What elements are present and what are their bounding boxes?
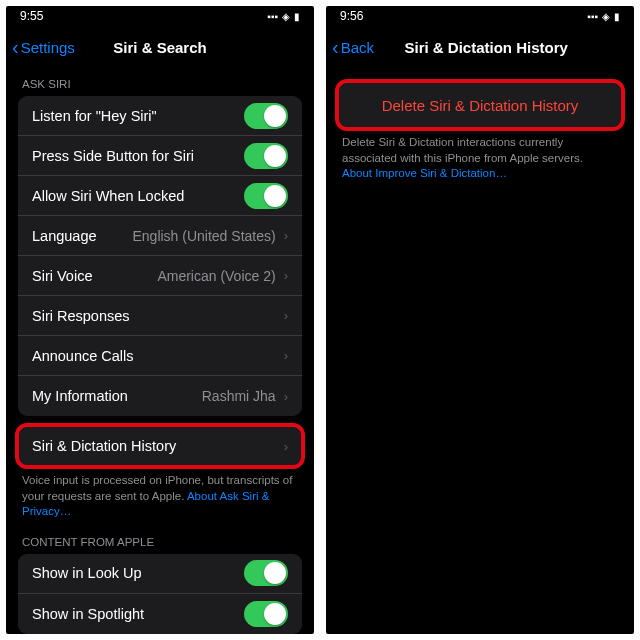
section-header-content: CONTENT FROM APPLE (6, 522, 314, 554)
status-time: 9:55 (20, 9, 43, 23)
back-label: Settings (21, 39, 75, 56)
row-label: Siri & Dictation History (32, 438, 284, 454)
row-value: Rashmi Jha (202, 388, 276, 404)
row-my-information[interactable]: My Information Rashmi Jha › (18, 376, 302, 416)
row-value: English (United States) (132, 228, 275, 244)
wifi-icon: ◈ (602, 11, 610, 22)
delete-button[interactable]: Delete Siri & Dictation History (338, 82, 622, 128)
row-label: Siri Voice (32, 268, 157, 284)
row-show-lookup[interactable]: Show in Look Up (18, 554, 302, 594)
battery-icon: ▮ (614, 11, 620, 22)
row-show-spotlight[interactable]: Show in Spotlight (18, 594, 302, 634)
row-hey-siri[interactable]: Listen for "Hey Siri" (18, 96, 302, 136)
toggle-switch[interactable] (244, 601, 288, 627)
section-header-ask-siri: ASK SIRI (6, 68, 314, 96)
footer-text: Delete Siri & Dictation interactions cur… (342, 136, 583, 164)
section-footer: Voice input is processed on iPhone, but … (6, 466, 314, 522)
status-icons: ▪▪▪ ◈ ▮ (587, 11, 620, 22)
row-label: My Information (32, 388, 202, 404)
chevron-right-icon: › (284, 308, 288, 323)
group-dictation-history: Siri & Dictation History › (18, 426, 302, 466)
chevron-left-icon: ‹ (12, 37, 19, 57)
toggle-switch[interactable] (244, 560, 288, 586)
chevron-right-icon: › (284, 228, 288, 243)
battery-icon: ▮ (294, 11, 300, 22)
toggle-switch[interactable] (244, 143, 288, 169)
row-label: Allow Siri When Locked (32, 188, 244, 204)
status-bar: 9:56 ▪▪▪ ◈ ▮ (326, 6, 634, 26)
row-label: Language (32, 228, 132, 244)
row-label: Press Side Button for Siri (32, 148, 244, 164)
page-title: Siri & Dictation History (404, 39, 567, 56)
page-title: Siri & Search (113, 39, 206, 56)
chevron-right-icon: › (284, 389, 288, 404)
content: Delete Siri & Dictation History Delete S… (326, 68, 634, 634)
row-value: American (Voice 2) (157, 268, 275, 284)
nav-bar: ‹ Back Siri & Dictation History (326, 26, 634, 68)
row-label: Listen for "Hey Siri" (32, 108, 244, 124)
row-siri-voice[interactable]: Siri Voice American (Voice 2) › (18, 256, 302, 296)
chevron-left-icon: ‹ (332, 37, 339, 57)
back-button[interactable]: ‹ Back (326, 37, 374, 57)
row-side-button[interactable]: Press Side Button for Siri (18, 136, 302, 176)
row-label: Announce Calls (32, 348, 284, 364)
row-label: Show in Look Up (32, 565, 244, 581)
row-siri-responses[interactable]: Siri Responses › (18, 296, 302, 336)
nav-bar: ‹ Settings Siri & Search (6, 26, 314, 68)
section-footer: Delete Siri & Dictation interactions cur… (326, 128, 634, 184)
row-language[interactable]: Language English (United States) › (18, 216, 302, 256)
status-bar: 9:55 ▪▪▪ ◈ ▮ (6, 6, 314, 26)
group-ask-siri: Listen for "Hey Siri" Press Side Button … (18, 96, 302, 416)
wifi-icon: ◈ (282, 11, 290, 22)
toggle-switch[interactable] (244, 103, 288, 129)
delete-label: Delete Siri & Dictation History (382, 97, 579, 114)
group-content-apple: Show in Look Up Show in Spotlight (18, 554, 302, 634)
phone-left: 9:55 ▪▪▪ ◈ ▮ ‹ Settings Siri & Search AS… (6, 6, 314, 634)
chevron-right-icon: › (284, 268, 288, 283)
chevron-right-icon: › (284, 348, 288, 363)
row-siri-dictation-history[interactable]: Siri & Dictation History › (18, 426, 302, 466)
back-label: Back (341, 39, 374, 56)
back-button[interactable]: ‹ Settings (6, 37, 75, 57)
signal-icon: ▪▪▪ (267, 11, 278, 22)
row-announce-calls[interactable]: Announce Calls › (18, 336, 302, 376)
footer-link[interactable]: About Improve Siri & Dictation… (342, 167, 507, 179)
status-icons: ▪▪▪ ◈ ▮ (267, 11, 300, 22)
content: ASK SIRI Listen for "Hey Siri" Press Sid… (6, 68, 314, 634)
chevron-right-icon: › (284, 439, 288, 454)
row-label: Show in Spotlight (32, 606, 244, 622)
signal-icon: ▪▪▪ (587, 11, 598, 22)
group-delete: Delete Siri & Dictation History (338, 82, 622, 128)
status-time: 9:56 (340, 9, 363, 23)
row-label: Siri Responses (32, 308, 284, 324)
phone-right: 9:56 ▪▪▪ ◈ ▮ ‹ Back Siri & Dictation His… (326, 6, 634, 634)
toggle-switch[interactable] (244, 183, 288, 209)
row-siri-locked[interactable]: Allow Siri When Locked (18, 176, 302, 216)
